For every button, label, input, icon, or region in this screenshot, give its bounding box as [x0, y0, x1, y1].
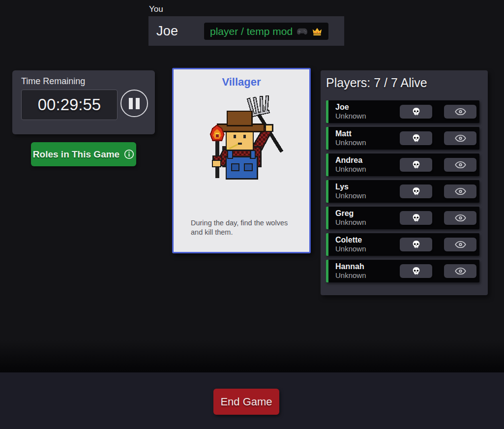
eye-icon	[455, 134, 466, 142]
eye-icon	[455, 267, 466, 275]
player-status: Unknown	[335, 271, 366, 279]
kill-player-button[interactable]	[400, 131, 432, 145]
players-header: Players: 7 / 7 Alive	[326, 76, 427, 90]
reveal-player-button[interactable]	[444, 184, 476, 198]
player-status: Unknown	[335, 191, 366, 200]
info-icon	[124, 149, 134, 159]
kill-player-button[interactable]	[400, 158, 432, 172]
player-row: Hannah Unknown	[326, 260, 479, 282]
timer-display: 00:29:55	[21, 90, 118, 120]
player-name: Greg	[335, 209, 354, 218]
you-role-badge-text: player / temp mod	[210, 26, 293, 37]
pause-icon	[129, 98, 133, 109]
pause-button[interactable]	[120, 90, 148, 117]
players-panel: Players: 7 / 7 Alive Joe Unknown	[321, 70, 488, 295]
kill-player-button[interactable]	[400, 184, 432, 198]
reveal-player-button[interactable]	[444, 211, 476, 225]
crown-icon	[312, 27, 323, 36]
skull-icon	[412, 267, 421, 276]
eye-icon	[455, 108, 466, 116]
roles-info-button[interactable]: Roles in This Game	[31, 142, 136, 166]
kill-player-button[interactable]	[400, 105, 432, 119]
player-row: Andrea Unknown	[326, 153, 479, 176]
skull-icon	[412, 187, 421, 196]
eye-icon	[455, 161, 466, 169]
skull-icon	[412, 214, 421, 223]
kill-player-button[interactable]	[400, 238, 432, 251]
reveal-player-button[interactable]	[444, 105, 476, 119]
villager-illustration	[202, 95, 284, 182]
reveal-player-button[interactable]	[444, 158, 476, 172]
skull-icon	[412, 134, 421, 143]
footer-bar: End Game	[0, 372, 504, 429]
reveal-player-button[interactable]	[444, 131, 476, 145]
you-label: You	[149, 4, 163, 14]
reveal-player-button[interactable]	[444, 238, 476, 251]
player-status: Unknown	[335, 138, 366, 147]
player-row: Joe Unknown	[326, 100, 479, 123]
you-card: Joe player / temp mod	[148, 16, 344, 46]
you-role-badge: player / temp mod	[204, 23, 328, 40]
end-game-button[interactable]: End Game	[213, 389, 279, 415]
player-name: Matt	[335, 129, 352, 138]
skull-icon	[412, 240, 421, 249]
player-name: Hannah	[335, 262, 364, 271]
roles-button-label: Roles in This Game	[33, 149, 119, 160]
eye-icon	[455, 214, 466, 222]
kill-player-button[interactable]	[400, 264, 432, 278]
player-name: Lys	[335, 183, 349, 191]
player-name: Colette	[335, 236, 362, 245]
role-title: Villager	[174, 76, 309, 89]
role-description: During the day, find the wolves and kill…	[191, 218, 293, 237]
player-status: Unknown	[335, 165, 366, 173]
player-row: Colette Unknown	[326, 233, 479, 256]
player-row: Matt Unknown	[326, 127, 479, 150]
players-list: Joe Unknown Matt Unk	[326, 100, 479, 282]
skull-icon	[412, 107, 421, 117]
time-remaining-label: Time Remaining	[21, 76, 85, 87]
role-card: Villager	[172, 68, 311, 253]
moderator-screen: { "you": { "label": "You", "name": "Joe"…	[0, 0, 504, 429]
eye-icon	[455, 241, 466, 248]
player-status: Unknown	[335, 245, 366, 253]
reveal-player-button[interactable]	[444, 264, 476, 278]
gamepad-icon	[296, 28, 308, 35]
skull-icon	[412, 160, 421, 170]
time-panel: Time Remaining 00:29:55	[12, 70, 155, 134]
player-status: Unknown	[335, 112, 366, 120]
you-name: Joe	[156, 24, 178, 39]
player-name: Joe	[335, 103, 349, 112]
player-row: Greg Unknown	[326, 207, 479, 229]
player-status: Unknown	[335, 218, 366, 226]
kill-player-button[interactable]	[400, 211, 432, 225]
eye-icon	[455, 187, 466, 195]
player-name: Andrea	[335, 156, 362, 165]
player-row: Lys Unknown	[326, 180, 479, 203]
